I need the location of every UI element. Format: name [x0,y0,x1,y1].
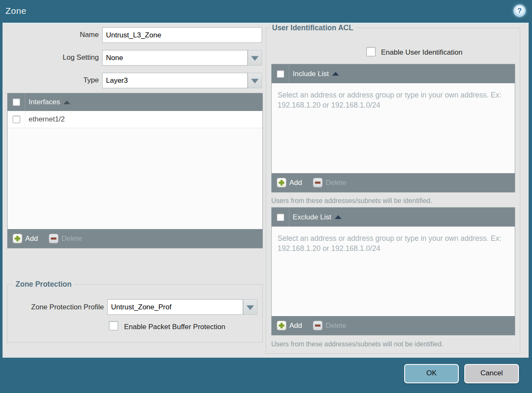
include-list-footer: Add Delete [272,173,515,192]
interfaces-table-footer: Add Delete [8,229,262,248]
log-setting-dropdown-button[interactable] [248,50,262,66]
add-plus-icon [277,321,286,330]
zone-protection-profile-label: Zone Protection Profile [13,303,104,311]
include-delete-button[interactable]: Delete [313,178,346,187]
name-label: Name [25,31,99,39]
exclude-list-caption: Users from these addresses/subnets will … [271,340,443,348]
user-identification-acl-legend: User Identification ACL [269,24,356,32]
interfaces-select-all-checkbox[interactable] [13,98,20,106]
zone-protection-profile-dropdown-button[interactable] [243,299,257,315]
cancel-button[interactable]: Cancel [464,364,519,383]
zone-protection-legend: Zone Protection [13,280,74,289]
exclude-delete-button[interactable]: Delete [313,321,346,330]
exclude-list-body: Select an address or address group or ty… [272,227,515,316]
type-label: Type [25,76,99,84]
include-list-caption: Users from these addresses/subnets will … [271,197,432,205]
log-setting-input[interactable] [102,50,248,66]
include-list-table: Include List Select an address or addres… [271,64,515,193]
interfaces-add-button[interactable]: Add [13,234,38,243]
include-list-body: Select an address or address group or ty… [272,83,515,173]
exclude-list-header[interactable]: Exclude List [272,208,515,227]
interfaces-delete-button[interactable]: Delete [49,234,82,243]
exclude-list-placeholder: Select an address or address group or ty… [278,233,509,253]
packet-buffer-protection-checkbox[interactable] [109,321,118,330]
delete-minus-icon [313,321,323,330]
help-icon[interactable]: ? [513,5,526,17]
exclude-list-column-header[interactable]: Exclude List [293,213,331,222]
dialog-title: Zone [5,6,26,16]
exclude-select-all-checkbox[interactable] [277,214,284,221]
ok-button[interactable]: OK [404,364,459,383]
dialog-titlebar: Zone ? [0,0,532,24]
interfaces-column-header[interactable]: Interfaces [29,98,60,106]
enable-user-identification-checkbox[interactable] [366,47,376,56]
interface-row-label: ethernet1/2 [29,115,65,124]
include-add-button[interactable]: Add [277,178,302,187]
delete-minus-icon [49,234,58,243]
enable-user-identification-label: Enable User Identification [381,48,463,57]
interface-row-checkbox[interactable] [13,116,20,123]
log-setting-label: Log Setting [25,53,99,62]
include-list-placeholder: Select an address or address group or ty… [278,90,509,110]
interfaces-table-header[interactable]: Interfaces [8,93,262,111]
sort-ascending-icon [332,72,339,76]
interfaces-table-body: ethernet1/2 [8,111,262,229]
include-list-header[interactable]: Include List [272,64,515,83]
delete-minus-icon [313,178,323,187]
include-list-column-header[interactable]: Include List [293,70,329,78]
include-select-all-checkbox[interactable] [277,70,284,78]
type-input[interactable] [102,73,248,88]
name-input[interactable] [102,27,262,43]
add-plus-icon [13,234,22,243]
sort-ascending-icon [335,215,341,219]
exclude-list-footer: Add Delete [272,316,515,335]
sort-ascending-icon [64,100,70,104]
type-dropdown-button[interactable] [248,73,262,88]
interface-row[interactable]: ethernet1/2 [8,111,262,128]
packet-buffer-protection-label: Enable Packet Buffer Protection [124,323,225,331]
zone-protection-profile-input[interactable] [107,299,243,315]
exclude-add-button[interactable]: Add [277,321,302,330]
interfaces-table: Interfaces ethernet1/2 Add Delete [7,93,263,248]
add-plus-icon [277,178,286,187]
exclude-list-table: Exclude List Select an address or addres… [271,207,515,335]
